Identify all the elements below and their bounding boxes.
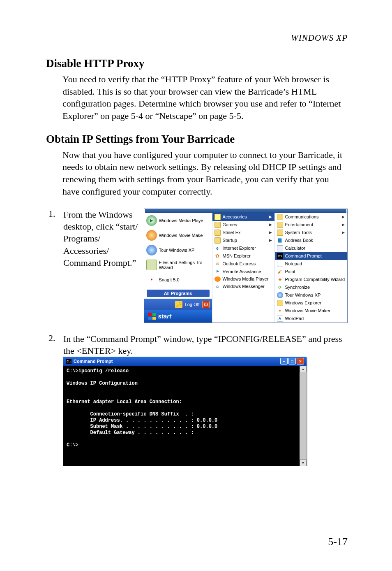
menu-snagit-label: SnagIt 5.0 [159, 277, 180, 282]
submenu-arrow-icon: ▶ [269, 215, 272, 219]
folder-icon [277, 222, 283, 228]
menu-wmp-label: Windows Media Playe [159, 218, 203, 223]
startmenu-user-strip [145, 209, 346, 213]
cmd-icon: C:\ [277, 253, 283, 259]
section-title-ip: Obtain IP Settings from Your Barricade [46, 133, 348, 146]
menu-moviemaker-right[interactable]: ✶ Windows Movie Maker [275, 307, 347, 315]
people-icon: ☺ [214, 283, 221, 290]
scroll-track[interactable] [300, 372, 307, 460]
snagit-icon: ✶ [146, 274, 157, 285]
remote-icon: ⚑ [214, 269, 221, 275]
menu-msn[interactable]: ✿ MSN Explorer [212, 252, 274, 260]
cmd-icon: C:\ [66, 359, 71, 364]
menu-outlook[interactable]: ✉ Outlook Express [212, 260, 274, 268]
cmd-title: Command Prompt [74, 359, 113, 364]
folder-icon [277, 230, 283, 236]
menu-system-tools[interactable]: System Tools ▶ [275, 229, 347, 237]
folder-icon [214, 214, 221, 220]
cmd-titlebar: C:\ Command Prompt – □ × [63, 357, 307, 366]
folder-icon [214, 230, 221, 236]
logoff-label[interactable]: Log Off [185, 302, 200, 307]
menu-ie[interactable]: e Internet Explorer [212, 244, 274, 252]
moviemaker-icon: ✶ [277, 308, 283, 314]
paint-icon: 🖌 [277, 269, 283, 275]
notepad-icon [277, 261, 283, 267]
menu-win-explorer[interactable]: Windows Explorer [275, 299, 347, 307]
book-icon: 📘 [277, 237, 283, 244]
logoff-strip: 🔑 Log Off ⏻ [144, 299, 212, 310]
menu-moviemaker-label: Windows Movie Make [159, 233, 203, 238]
menu-tour-right[interactable]: Tour Windows XP [275, 291, 347, 299]
moviemaker-icon [146, 230, 157, 241]
calculator-icon [277, 245, 283, 251]
section-title-proxy: Disable HTTP Proxy [46, 57, 348, 70]
folder-icon [277, 300, 283, 306]
files-icon [146, 260, 157, 270]
scroll-down-icon[interactable]: ▼ [300, 460, 307, 466]
menu-accessories[interactable]: Accessories ▶ [212, 213, 274, 221]
menu-entertainment[interactable]: Entertainment ▶ [275, 221, 347, 229]
menu-startup[interactable]: Startup ▶ [212, 237, 274, 244]
command-prompt-screenshot: C:\ Command Prompt – □ × C:\>ipconfig /r… [63, 357, 307, 466]
wmp-icon [214, 276, 221, 282]
menu-calculator[interactable]: Calculator [275, 244, 347, 252]
page-header: WINDOWS XP [46, 33, 348, 43]
menu-files-label: Files and Settings Tra Wizard [159, 260, 203, 270]
submenu-arrow-icon: ▶ [342, 215, 345, 219]
menu-games[interactable]: Games ▶ [212, 221, 274, 229]
menu-wmp[interactable]: ▶ Windows Media Playe [144, 213, 212, 228]
page-number: 5-17 [328, 536, 348, 548]
envelope-icon: ✉ [214, 261, 221, 267]
menu-files-wizard[interactable]: Files and Settings Tra Wizard [144, 258, 212, 272]
startmenu-screenshot: ▶ Windows Media Playe Windows Movie Make… [144, 209, 348, 323]
start-label: start [158, 313, 172, 320]
submenu-arrow-icon: ▶ [269, 223, 272, 227]
folder-icon [277, 214, 283, 220]
menu-snagit[interactable]: ✶ SnagIt 5.0 [144, 272, 212, 287]
cmd-scrollbar[interactable]: ▲ ▼ [300, 366, 307, 466]
submenu-arrow-icon: ▶ [269, 238, 272, 242]
start-button[interactable]: start [144, 310, 212, 323]
step2-text: In the “Command Prompt” window, type “IP… [63, 333, 348, 357]
menu-address-book[interactable]: 📘 Address Book [275, 237, 347, 244]
logoff-key-icon: 🔑 [175, 301, 182, 308]
section-body-proxy: You need to verify that the “HTTP Proxy”… [62, 73, 348, 122]
menu-tour[interactable]: Tour Windows XP [144, 243, 212, 258]
menu-notepad[interactable]: Notepad [275, 260, 347, 268]
submenu-arrow-icon: ▶ [269, 230, 272, 234]
menu-synchronize[interactable]: ⟳ Synchronize [275, 283, 347, 291]
play-icon: ▶ [146, 215, 157, 226]
tour-icon [146, 245, 157, 255]
menu-compat-wizard[interactable]: ❖ Program Compatibility Wizard [275, 276, 347, 283]
window-controls: – □ × [280, 358, 304, 364]
menu-stinet[interactable]: Stinet Ex ▶ [212, 229, 274, 237]
menu-remote-assist[interactable]: ⚑ Remote Assistance [212, 268, 274, 276]
menu-messenger[interactable]: ☺ Windows Messenger [212, 283, 274, 290]
all-programs-button[interactable]: All Programs [147, 290, 210, 297]
folder-icon [214, 237, 221, 244]
shutdown-icon[interactable]: ⏻ [202, 301, 210, 308]
step2-number: 2. [46, 333, 58, 344]
step1-text: From the Windows desktop, click “start/ … [63, 209, 138, 269]
wordpad-icon: A [277, 316, 283, 322]
tour-icon [277, 292, 283, 298]
submenu-arrow-icon: ▶ [342, 223, 345, 227]
section-body-ip: Now that you have configured your comput… [62, 149, 348, 198]
msn-icon: ✿ [214, 253, 221, 259]
step1-number: 1. [46, 209, 58, 219]
cmd-output: C:\>ipconfig /release Windows IP Configu… [63, 366, 300, 466]
minimize-button[interactable]: – [280, 358, 288, 364]
menu-command-prompt[interactable]: C:\ Command Prompt [275, 252, 347, 260]
close-button[interactable]: × [297, 358, 304, 364]
maximize-button[interactable]: □ [288, 358, 296, 364]
menu-wordpad[interactable]: A WordPad [275, 315, 347, 323]
scroll-up-icon[interactable]: ▲ [300, 366, 307, 372]
ie-icon: e [214, 245, 221, 251]
menu-wmp-mid[interactable]: Windows Media Player [212, 276, 274, 283]
menu-communications[interactable]: Communications ▶ [275, 213, 347, 221]
menu-paint[interactable]: 🖌 Paint [275, 268, 347, 276]
menu-accessories-label: Accessories [223, 214, 247, 219]
windows-flag-icon [148, 313, 156, 320]
menu-tour-label: Tour Windows XP [159, 248, 195, 253]
menu-moviemaker[interactable]: Windows Movie Make [144, 228, 212, 243]
